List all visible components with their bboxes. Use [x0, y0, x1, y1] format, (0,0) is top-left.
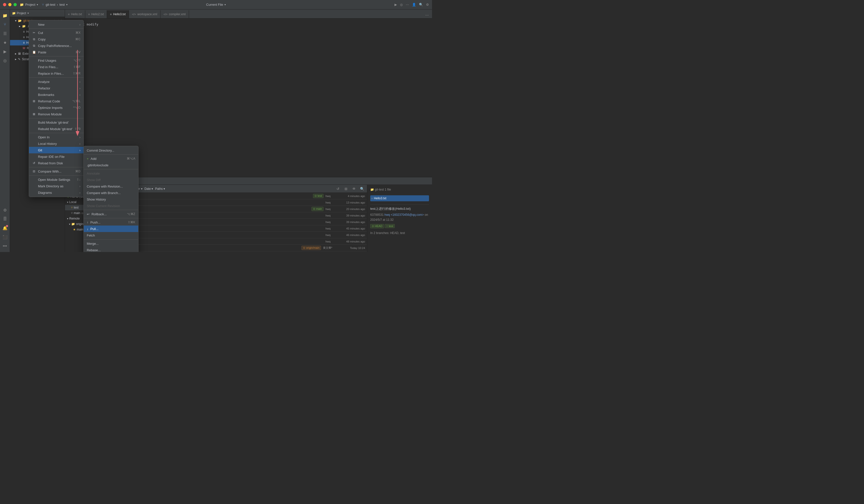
compare-branch-label: Compare with Branch...: [87, 191, 121, 195]
add-label: Add: [91, 157, 96, 161]
menu-reformat-code[interactable]: ⊞ Reformat Code ⌥⌘L: [29, 98, 84, 105]
context-menu-overlay[interactable]: New › ✂ Cut ⌘X ⧉ Copy ⌘C ⧉ Copy Path/Ref…: [0, 0, 432, 252]
copy-icon: ⧉: [32, 37, 36, 41]
menu-cut[interactable]: ✂ Cut ⌘X: [29, 29, 84, 36]
rebase-label: Rebase...: [87, 248, 101, 252]
menu-find-usages[interactable]: Find Usages ⌥F7: [29, 57, 84, 64]
menu-remove-label: Remove Module: [38, 112, 62, 116]
reload-icon: ↺: [32, 161, 36, 165]
menu-copy-path-label: Copy Path/Reference...: [38, 44, 72, 48]
submenu-add[interactable]: + Add ⌘⌥A: [84, 155, 138, 162]
module-settings-shortcut: ⇧↓: [76, 178, 81, 181]
menu-reload-disk[interactable]: ↺ Reload from Disk: [29, 160, 84, 166]
menu-open-in[interactable]: Open In ›: [29, 134, 84, 140]
merge-label: Merge...: [87, 242, 99, 246]
add-shortcut: ⌘⌥A: [127, 157, 135, 160]
annotate-label: Annotate: [87, 172, 100, 175]
menu-repair-ide[interactable]: Repair IDE on File: [29, 153, 84, 160]
submenu-merge[interactable]: Merge...: [84, 240, 138, 247]
show-current-revision-label: Show Current Revision: [87, 204, 120, 208]
menu-copy-path[interactable]: ⧉ Copy Path/Reference...: [29, 42, 84, 49]
paste-icon: 📋: [32, 50, 36, 54]
arrow-icon: ›: [80, 142, 81, 146]
pull-icon: ↓: [87, 227, 88, 231]
separator: [29, 77, 84, 78]
menu-rebuild-label: Rebuild Module 'git-test': [38, 127, 72, 131]
submenu-compare-branch[interactable]: Compare with Branch...: [84, 189, 138, 196]
compare-shortcut: ⌘D: [75, 170, 81, 173]
menu-reload-label: Reload from Disk: [38, 161, 63, 165]
menu-replace-label: Replace in Files...: [38, 72, 64, 75]
menu-diagrams[interactable]: Diagrams ›: [29, 189, 84, 196]
compare-revision-label: Compare with Revision...: [87, 185, 123, 188]
rebuild-shortcut: ⇧F9: [74, 127, 81, 131]
menu-git[interactable]: Git › Commit Directory... + Add ⌘⌥A .git…: [29, 147, 84, 153]
separator: [29, 56, 84, 57]
rollback-icon: ↩: [87, 212, 89, 216]
menu-reformat-label: Reformat Code: [38, 99, 60, 103]
submenu-show-history[interactable]: Show History: [84, 196, 138, 202]
menu-optimize-imports[interactable]: Optimize Imports ^⌥O: [29, 105, 84, 111]
menu-open-module-settings[interactable]: Open Module Settings ⇧↓: [29, 176, 84, 183]
separator: [84, 218, 138, 218]
menu-compare-with[interactable]: ⊟ Compare With... ⌘D: [29, 168, 84, 175]
menu-build-module[interactable]: Build Module 'git-test': [29, 119, 84, 126]
menu-mark-directory[interactable]: Mark Directory as ›: [29, 183, 84, 189]
submenu-show-current-revision: Show Current Revision: [84, 202, 138, 209]
submenu-commit-dir[interactable]: Commit Directory...: [84, 147, 138, 153]
menu-bookmarks-label: Bookmarks: [38, 93, 54, 97]
commit-dir-label: Commit Directory...: [87, 149, 114, 152]
submenu-rollback[interactable]: ↩ Rollback... ⌥⌘Z: [84, 211, 138, 217]
show-diff-label: Show Diff: [87, 178, 100, 182]
menu-local-history[interactable]: Local History ›: [29, 140, 84, 147]
submenu-compare-revision[interactable]: Compare with Revision...: [84, 183, 138, 189]
push-label: Push...: [90, 221, 100, 224]
arrow-icon: ›: [80, 191, 81, 195]
menu-find-usages-label: Find Usages: [38, 59, 56, 62]
menu-copy[interactable]: ⧉ Copy ⌘C: [29, 36, 84, 42]
menu-find-in-files[interactable]: Find in Files... ⇧⌘F: [29, 64, 84, 70]
arrow-icon: ›: [80, 93, 81, 97]
push-icon: ↑: [87, 221, 88, 224]
git-submenu: Commit Directory... + Add ⌘⌥A .gitinfo/e…: [84, 146, 139, 252]
arrow-icon: ›: [80, 184, 81, 188]
menu-open-in-label: Open In: [38, 135, 49, 139]
menu-refactor[interactable]: Refactor ›: [29, 85, 84, 91]
menu-paste[interactable]: 📋 Paste ⌘V: [29, 49, 84, 56]
cut-icon: ✂: [32, 31, 36, 35]
rollback-label: Rollback...: [92, 212, 107, 216]
menu-bookmarks[interactable]: Bookmarks ›: [29, 91, 84, 98]
menu-analyze[interactable]: Analyze ›: [29, 78, 84, 85]
menu-diagrams-label: Diagrams: [38, 191, 52, 195]
gitinfo-label: .gitinfo/exclude: [87, 163, 108, 167]
find-files-shortcut: ⇧⌘F: [73, 65, 81, 69]
menu-open-module-settings-label: Open Module Settings: [38, 178, 70, 182]
copy-shortcut: ⌘C: [75, 37, 81, 41]
push-shortcut: ⇧⌘K: [128, 221, 135, 224]
remove-icon: ⊠: [32, 112, 36, 116]
main-context-menu: New › ✂ Cut ⌘X ⧉ Copy ⌘C ⧉ Copy Path/Ref…: [29, 20, 84, 197]
optimize-shortcut: ^⌥O: [73, 106, 81, 109]
separator: [29, 28, 84, 29]
menu-repair-label: Repair IDE on File: [38, 155, 64, 159]
menu-remove-module[interactable]: ⊠ Remove Module: [29, 111, 84, 118]
menu-find-in-files-label: Find in Files...: [38, 65, 58, 69]
submenu-fetch[interactable]: Fetch: [84, 232, 138, 238]
submenu-show-diff: Show Diff: [84, 176, 138, 183]
separator: [84, 169, 138, 169]
paste-shortcut: ⌘V: [75, 50, 81, 54]
menu-rebuild-module[interactable]: Rebuild Module 'git-test' ⇧F9: [29, 126, 84, 132]
menu-compare-label: Compare With...: [38, 170, 61, 173]
menu-copy-label: Copy: [38, 37, 46, 41]
submenu-push[interactable]: ↑ Push... ⇧⌘K: [84, 219, 138, 225]
submenu-gitinfo[interactable]: .gitinfo/exclude: [84, 162, 138, 168]
menu-git-label: Git: [38, 148, 42, 152]
separator: [84, 210, 138, 210]
find-shortcut: ⌥F7: [73, 59, 81, 62]
submenu-pull[interactable]: ↓ Pull...: [84, 225, 138, 232]
submenu-rebase[interactable]: Rebase...: [84, 247, 138, 252]
reformat-icon: ⊞: [32, 99, 36, 103]
menu-replace-in-files[interactable]: Replace in Files... ⇧⌘R: [29, 70, 84, 77]
pull-label: Pull...: [90, 227, 98, 231]
menu-new[interactable]: New ›: [29, 21, 84, 28]
